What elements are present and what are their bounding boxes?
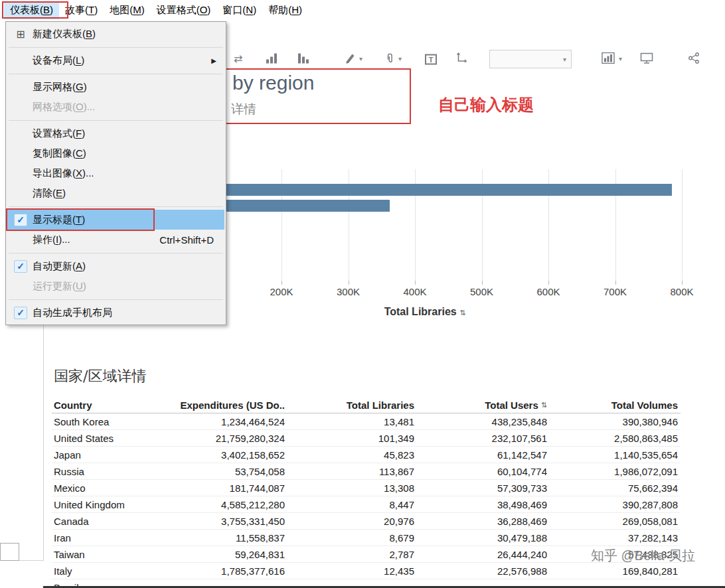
dashboard-menu: ✓ ⊞ 新建仪表板(B) ▶ ✓ ⊞ 设备布局(L) ▶ ✓ xyxy=(5,21,226,325)
table-row[interactable]: Canada 3,755,331,450 20,976 36,288,469 2… xyxy=(52,513,681,530)
cell-total-volumes: 169,840,281 xyxy=(548,565,679,577)
menu-item[interactable]: ✓ ⊞ 自动更新(A) ▶ xyxy=(7,256,224,276)
cell-total-volumes: 75,662,394 xyxy=(548,482,679,494)
header-country[interactable]: Country xyxy=(52,400,153,411)
menubar-item[interactable]: 设置格式(O) xyxy=(151,1,217,19)
presentation-mode-icon[interactable] xyxy=(640,52,653,66)
table-row[interactable]: United States 21,759,280,324 101,349 232… xyxy=(52,430,681,447)
cell-expenditures: 21,759,280,324 xyxy=(153,433,286,444)
header-total-volumes[interactable]: Total Volumes xyxy=(548,400,679,411)
show-me-icon[interactable] xyxy=(602,52,615,66)
menu-item-label: 自动生成手机布局() xyxy=(33,307,112,319)
sort-ascending-icon[interactable] xyxy=(266,52,278,66)
menubar-item-label: 帮助 xyxy=(268,4,288,15)
x-tick-label: 700K xyxy=(594,286,637,297)
cell-total-libraries: 12,435 xyxy=(286,565,416,577)
highlight-icon[interactable] xyxy=(344,52,356,66)
swap-axes-icon[interactable]: ⇄ xyxy=(234,54,242,64)
menu-item[interactable]: ✓ ⊞ 显示网格(G) ▶ xyxy=(7,77,224,97)
application-window: by region 详情 自己输入标题 xyxy=(0,0,725,588)
x-axis-title[interactable]: Total Libraries ⇅ xyxy=(384,306,466,318)
menubar-item[interactable]: 地图(M) xyxy=(104,1,151,19)
header-total-users[interactable]: Total Users⇅ xyxy=(416,400,548,411)
menu-item[interactable]: ✓ ⊞ 自动生成手机布局() ▶ xyxy=(7,303,224,323)
menubar-item[interactable]: 窗口(N) xyxy=(216,1,262,19)
table-row[interactable]: Taiwan 59,264,831 2,787 26,444,240 57,43… xyxy=(52,546,681,563)
menu-item[interactable]: ✓ ⊞ 设置格式(F) ▶ xyxy=(7,123,224,143)
watermark-text: 知乎 @Bella-贝拉 xyxy=(591,547,695,565)
annotation-box-show-title-item xyxy=(6,208,155,231)
table-row[interactable]: Russia 53,754,058 113,867 60,104,774 1,9… xyxy=(52,463,681,480)
cell-total-volumes: 2,580,863,485 xyxy=(548,433,679,444)
menu-item-shortcut: Ctrl+Shift+D xyxy=(159,234,218,246)
menu-item-label: 清除(E) xyxy=(33,187,66,200)
x-tick-label: 300K xyxy=(327,286,370,297)
cell-total-users: 438,235,848 xyxy=(416,416,548,427)
cell-country: Taiwan xyxy=(52,549,153,560)
x-tick-label: 600K xyxy=(527,286,570,297)
menu-item-label: 自动更新(A) xyxy=(33,260,86,273)
menu-item[interactable]: ✓ ⊞ 运行更新(U) ▶ xyxy=(7,276,224,296)
menu-item[interactable]: ✓ ⊞ 网格选项(O)... ▶ xyxy=(7,97,224,117)
dashboard-title-text: by region xyxy=(232,72,314,94)
menu-item[interactable]: ✓ ⊞ 清除(E) ▶ xyxy=(7,183,224,203)
sort-indicator-icon: ⇅ xyxy=(459,309,465,317)
x-tick-label: 400K xyxy=(394,286,436,297)
show-mark-labels-icon[interactable]: T xyxy=(425,54,437,65)
header-expenditures[interactable]: Expenditures (US Do.. xyxy=(153,400,286,411)
header-total-libraries[interactable]: Total Libraries xyxy=(286,400,416,411)
menu-item[interactable]: ✓ ⊞ 导出图像(X)... ▶ xyxy=(7,163,224,183)
menubar-item-label: 窗口 xyxy=(222,4,242,15)
menu-item-label: 设备布局(L) xyxy=(33,54,84,67)
table-row[interactable]: Iran 11,558,837 8,679 30,479,188 37,282,… xyxy=(52,530,681,546)
cell-total-users: 26,444,240 xyxy=(416,549,548,560)
menu-item-label: 复制图像(C) xyxy=(33,147,86,160)
header-total-users-text: Total Users xyxy=(485,400,538,411)
x-tick-label: 500K xyxy=(461,286,503,297)
menu-item[interactable]: ✓ ⊞ 复制图像(C) ▶ xyxy=(7,143,224,163)
menu-item[interactable]: ✓ ⊞ 新建仪表板(B) ▶ xyxy=(7,24,224,44)
cell-total-libraries: 113,867 xyxy=(286,466,416,477)
menu-item-label: 导出图像(X)... xyxy=(33,167,94,180)
menu-item[interactable]: ✓ ⊞ 设备布局(L) ▶ xyxy=(7,50,224,70)
cell-expenditures: 53,754,058 xyxy=(153,466,286,477)
sort-descending-icon[interactable] xyxy=(297,52,309,66)
cell-country: South Korea xyxy=(52,416,153,427)
group-caret-icon[interactable]: ▾ xyxy=(398,56,402,62)
cell-total-libraries: 101,349 xyxy=(286,433,416,444)
menu-item-label: 显示网格(G) xyxy=(33,81,87,94)
table-row[interactable]: South Korea 1,234,464,524 13,481 438,235… xyxy=(52,413,681,430)
table-row[interactable]: Mexico 181,744,087 13,308 57,309,733 75,… xyxy=(52,480,681,496)
menu-item-label: 操作(I)... xyxy=(33,234,70,246)
cell-total-libraries: 20,976 xyxy=(286,516,416,527)
cell-expenditures: 3,402,158,652 xyxy=(153,449,286,461)
cell-total-libraries: 13,308 xyxy=(286,482,416,494)
table-row[interactable]: United Kingdom 4,585,212,280 8,447 38,49… xyxy=(52,496,681,513)
cell-expenditures: 4,585,212,280 xyxy=(153,499,286,510)
cell-total-users: 36,288,469 xyxy=(416,516,548,527)
x-tick-label: 800K xyxy=(661,286,703,297)
cell-country: Italy xyxy=(52,565,153,577)
fit-selector[interactable]: ▾ xyxy=(489,50,572,68)
cell-total-volumes: 269,058,081 xyxy=(548,516,679,527)
fix-axes-icon[interactable] xyxy=(455,52,467,66)
menu-bar: 仪表板(B) 故事(T) 地图(M) 设置格式(O) 窗口(N) 帮助(H) xyxy=(0,0,725,20)
share-icon[interactable] xyxy=(688,52,700,66)
cell-total-users: 232,107,561 xyxy=(416,433,548,444)
menu-item-label: 新建仪表板(B) xyxy=(33,28,96,40)
cell-total-volumes: 390,380,946 xyxy=(548,416,679,427)
table-row[interactable]: Japan 3,402,158,652 45,823 61,142,547 1,… xyxy=(52,447,681,463)
fit-caret-icon: ▾ xyxy=(563,56,566,63)
menu-item[interactable]: ✓ ⊞ 操作(I)... Ctrl+Shift+D ▶ xyxy=(7,230,224,250)
menubar-item[interactable]: 帮助(H) xyxy=(262,1,308,19)
sort-indicator-icon: ⇅ xyxy=(541,401,547,409)
cell-country: Japan xyxy=(52,449,153,461)
menu-item-label: 设置格式(F) xyxy=(33,127,85,140)
cell-total-users: 57,309,733 xyxy=(416,482,548,494)
cell-expenditures: 11,558,837 xyxy=(153,532,286,544)
table-row[interactable]: Italy 1,785,377,616 12,435 22,576,988 16… xyxy=(52,563,681,579)
cell-total-users: 38,498,469 xyxy=(416,499,548,510)
group-members-icon[interactable] xyxy=(384,52,396,66)
highlight-caret-icon[interactable]: ▾ xyxy=(359,56,362,62)
show-me-caret-icon[interactable]: ▾ xyxy=(619,56,622,62)
